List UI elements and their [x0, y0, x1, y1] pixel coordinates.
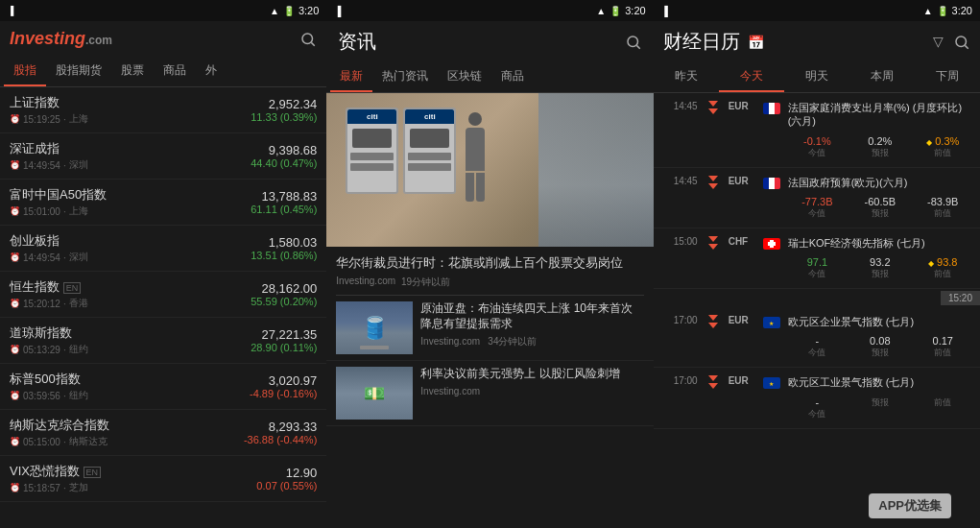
stock-price: 8,293.33: [269, 420, 318, 434]
calendar-tab-bar: 昨天 今天 明天 本周 下周: [654, 62, 980, 93]
cal-event-swiss-kof[interactable]: 15:00 CHF 瑞士KOF经济领先指标 (七月) 97.1 今值 93: [654, 228, 980, 289]
stock-meta: ⏰ 14:49:54 · 深圳: [10, 251, 88, 264]
wifi-icon: ▲: [596, 6, 606, 16]
actual-value: -77.3B: [788, 196, 847, 207]
logo-com: .com: [85, 34, 112, 47]
stock-item-dow[interactable]: 道琼斯指数 ⏰ 05:13:29 · 纽约 27,221.35 28.90 (0…: [0, 318, 326, 364]
stock-item-chinext[interactable]: 创业板指 ⏰ 14:49:54 · 深圳 1,580.03 13.51 (0.8…: [0, 226, 326, 272]
stock-meta: ⏰ 15:19:25 · 上海: [10, 112, 88, 126]
stock-item-sp500[interactable]: 标普500指数 ⏰ 03:59:56 · 纽约 3,020.97 -4.89 (…: [0, 364, 326, 410]
prev-label: 前值: [914, 207, 972, 220]
search-icon-1[interactable]: [299, 31, 317, 48]
cal-values: -0.1% 今值 0.2% 预报 ◆ 0.3% 前值: [788, 134, 972, 159]
stock-dot: ·: [63, 114, 66, 125]
stock-item-nasdaq[interactable]: 纳斯达克综合指数 ⏰ 05:15:00 · 纳斯达克 8,293.33 -36.…: [0, 410, 326, 456]
status-bar-2: ▐ ▲ 🔋 3:20: [326, 0, 653, 21]
clock-icon: ⏰: [10, 114, 20, 124]
stock-location: 香港: [69, 297, 88, 310]
news-item-dollar[interactable]: 💵 利率决议前美元强势上 以股汇风险刺增 Investing.com: [326, 361, 653, 426]
event-name: 瑞士KOF经济领先指标 (七月): [788, 236, 972, 250]
svg-line-3: [636, 45, 639, 48]
stock-name: 深证成指: [10, 140, 88, 157]
stock-price: 3,020.97: [269, 373, 318, 388]
cal-content: 法国政府预算(欧元)(六月) -77.3B 今值 -60.5B 预报 -83.9…: [788, 176, 972, 220]
cal-tab-thisweek[interactable]: 本周: [849, 62, 915, 92]
cal-time: 17:00: [661, 375, 698, 386]
stock-name: VIX恐慌指数 EN: [10, 463, 101, 480]
search-icon-2[interactable]: [625, 34, 642, 51]
stock-location: 上海: [69, 204, 88, 218]
signal-icon: ▐: [8, 6, 13, 15]
stock-right: 27,221.35 28.90 (0.11%): [251, 327, 317, 353]
forecast-box: 预报: [850, 396, 909, 420]
time-1: 3:20: [299, 5, 319, 16]
tab-stocks[interactable]: 股票: [111, 57, 154, 86]
stock-left: 深证成指 ⏰ 14:49:54 · 深圳: [10, 140, 88, 172]
battery-icon: 🔋: [937, 6, 948, 16]
stock-location: 深圳: [69, 158, 88, 172]
stock-list: 上证指数 ⏰ 15:19:25 · 上海 2,952.34 11.33 (0.3…: [0, 87, 326, 528]
header-icons: ▽: [933, 34, 970, 51]
cal-event-france-household[interactable]: 14:45 EUR 法国家庭消费支出月率(%) (月度环比) (六月) -0.1…: [654, 93, 980, 168]
tab-latest[interactable]: 最新: [330, 62, 372, 92]
tab-commodities[interactable]: 商品: [154, 57, 196, 86]
actual-box: -0.1% 今值: [788, 134, 847, 159]
tab-hot[interactable]: 热门资讯: [372, 62, 438, 92]
stock-right: 8,293.33 -36.88 (-0.44%): [244, 420, 317, 445]
small-headline: 原油亚盘：布油连续四天上涨 10年来首次降息有望提振需求: [420, 301, 643, 331]
tab-blockchain[interactable]: 区块链: [438, 62, 491, 92]
actual-box: -77.3B 今值: [788, 195, 847, 220]
news-main-image[interactable]: citi citi: [326, 93, 653, 247]
stock-item-ftse-china[interactable]: 富时中国A50指数 ⏰ 15:01:00 · 上海 13,788.83 61.1…: [0, 180, 326, 226]
stock-name: 恒生指数 EN: [10, 278, 88, 296]
stock-change: 61.11 (0.45%): [251, 204, 317, 215]
stock-meta: ⏰ 15:18:57 · 芝加: [10, 481, 101, 494]
cal-tab-nextweek[interactable]: 下周: [915, 62, 980, 92]
tab-more[interactable]: 外: [196, 57, 227, 86]
status-left: ▐: [661, 6, 668, 16]
stock-item-hang-seng[interactable]: 恒生指数 EN ⏰ 15:20:12 · 香港 28,162.00 55.59 …: [0, 272, 326, 318]
stock-left: 道琼斯指数 ⏰ 05:13:29 · 纽约: [10, 324, 88, 356]
prev-box: 0.17 前值: [914, 334, 972, 359]
stock-left: 标普500指数 ⏰ 03:59:56 · 纽约: [10, 371, 88, 402]
tab-futures[interactable]: 股指期货: [46, 57, 111, 86]
prev-box: -83.9B 前值: [914, 195, 972, 220]
clock-icon: ⏰: [10, 299, 20, 308]
cal-event-france-budget[interactable]: 14:45 EUR 法国政府预算(欧元)(六月) -77.3B 今值 -60.5…: [654, 168, 980, 228]
cal-event-eu-business[interactable]: 17:00 EUR ★ 欧元区企业景气指数 (七月) - 今值 0.08: [654, 307, 980, 368]
stock-right: 13,788.83 61.11 (0.45%): [251, 189, 317, 215]
prev-label: 前值: [914, 268, 972, 280]
cal-currency: CHF: [729, 236, 755, 247]
cal-tab-today[interactable]: 今天: [719, 62, 784, 92]
panel-2: ▐ ▲ 🔋 3:20 资讯 最新 热门资讯 区块链 商品 citi: [326, 0, 653, 528]
stock-item-shanghai[interactable]: 上证指数 ⏰ 15:19:25 · 上海 2,952.34 11.33 (0.3…: [0, 87, 326, 133]
forecast-box: 0.2% 预报: [850, 134, 909, 159]
stock-item-shenzhen[interactable]: 深证成指 ⏰ 14:49:54 · 深圳 9,398.68 44.40 (0.4…: [0, 133, 326, 180]
watermark: APP优选集: [869, 493, 951, 518]
tab-news-commodities[interactable]: 商品: [491, 62, 534, 92]
stock-change: 28.90 (0.11%): [251, 342, 317, 353]
tab-indices[interactable]: 股指: [4, 57, 46, 86]
stock-item-vix[interactable]: VIX恐慌指数 EN ⏰ 15:18:57 · 芝加 12.90 0.07 (0…: [0, 456, 326, 502]
stock-right: 12.90 0.07 (0.55%): [256, 466, 317, 492]
forecast-box: 0.08 预报: [850, 334, 909, 359]
forecast-value: -60.5B: [850, 196, 909, 207]
stock-name: 富时中国A50指数: [10, 186, 107, 204]
news-main-headline[interactable]: 华尔街裁员进行时：花旗或削减上百个股票交易岗位: [326, 247, 653, 276]
flag-eu: ★: [763, 377, 780, 389]
search-icon-3[interactable]: [953, 34, 970, 51]
stock-price: 13,788.83: [261, 189, 317, 204]
dot: ·: [63, 160, 66, 171]
stock-right: 28,162.00 55.59 (0.20%): [251, 281, 317, 307]
cal-tab-tomorrow[interactable]: 明天: [784, 62, 849, 92]
cal-tab-yesterday[interactable]: 昨天: [654, 62, 719, 92]
source-name: Investing.com: [336, 276, 395, 289]
actual-box: 97.1 今值: [788, 255, 847, 280]
cal-event-eu-industry[interactable]: 17:00 EUR ★ 欧元区工业景气指数 (七月) - 今值 预报: [654, 368, 980, 428]
stock-name: 创业板指: [10, 232, 88, 250]
filter-icon[interactable]: ▽: [933, 34, 944, 51]
cal-currency: EUR: [729, 315, 755, 325]
signal-icon: ▐: [661, 6, 668, 16]
news-item-oil[interactable]: 🛢️ 原油亚盘：布油连续四天上涨 10年来首次降息有望提振需求 Investin…: [326, 296, 653, 361]
calendar-title: 财经日历: [663, 29, 740, 55]
